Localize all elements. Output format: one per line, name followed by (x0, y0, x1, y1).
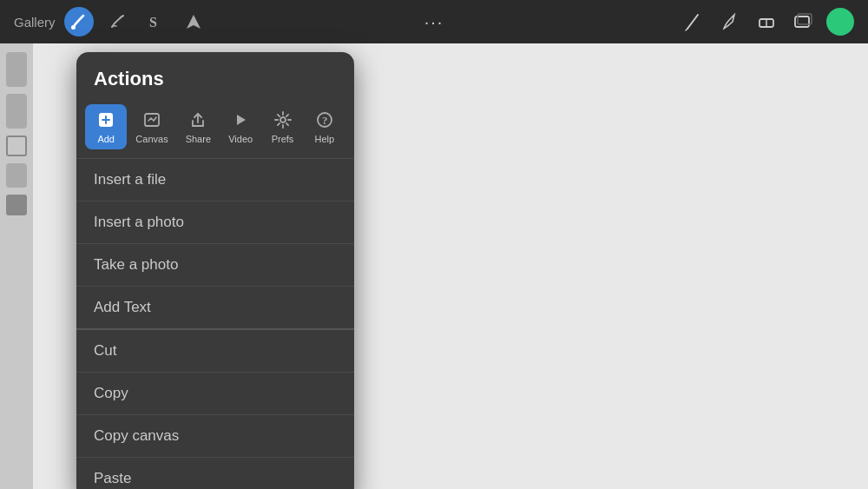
canvas-tab-icon (141, 109, 162, 130)
s-icon: S (146, 12, 165, 31)
more-options-button[interactable]: ··· (424, 12, 444, 32)
sidebar-slider-1[interactable] (6, 52, 27, 87)
sidebar-shape[interactable] (6, 135, 27, 156)
s-tool-button[interactable]: S (141, 7, 170, 36)
tab-share[interactable]: Share (177, 104, 220, 149)
canvas-tab-label: Canvas (135, 134, 168, 144)
tab-help[interactable]: ? Help (304, 104, 345, 149)
pen-tool-button[interactable] (681, 10, 705, 34)
actions-popup: Actions Add (76, 52, 354, 489)
tab-prefs[interactable]: Prefs (261, 104, 303, 149)
menu-item-paste[interactable]: Paste (76, 457, 354, 489)
topbar-center: ··· (424, 12, 444, 32)
popup-menu: Insert a file Insert a photo Take a phot… (76, 158, 354, 489)
sidebar-slider-3[interactable] (6, 163, 27, 188)
topbar-left: Gallery S (14, 7, 208, 36)
help-tab-icon: ? (314, 109, 335, 130)
svg-point-0 (71, 25, 76, 30)
ink-tool-button[interactable] (717, 10, 741, 34)
brush-tool-button[interactable] (64, 7, 94, 36)
svg-text:S: S (149, 15, 157, 30)
prefs-tab-label: Prefs (272, 134, 294, 144)
smudge-tool-button[interactable] (102, 7, 132, 36)
canvas-area: Actions Add (33, 43, 868, 489)
pen-icon (681, 10, 705, 34)
eraser-right-button[interactable] (753, 10, 778, 34)
svg-line-3 (687, 15, 698, 29)
tab-canvas[interactable]: Canvas (127, 104, 176, 149)
video-tab-label: Video (228, 134, 253, 144)
sidebar-slider-2[interactable] (6, 94, 27, 129)
ink-icon (717, 10, 741, 34)
menu-item-copy[interactable]: Copy (76, 372, 354, 414)
svg-text:?: ? (322, 114, 328, 127)
tab-add[interactable]: Add (85, 104, 127, 149)
topbar: Gallery S ··· (0, 0, 868, 43)
gallery-button[interactable]: Gallery (14, 15, 56, 30)
menu-item-add-text[interactable]: Add Text (76, 286, 354, 328)
menu-item-cut[interactable]: Cut (76, 328, 354, 372)
navigator-icon (184, 12, 203, 31)
navigator-tool-button[interactable] (179, 7, 208, 36)
layers-button[interactable] (790, 10, 814, 34)
svg-marker-13 (237, 115, 246, 125)
share-tab-icon (187, 109, 208, 130)
popup-tabs: Add Canvas (76, 101, 354, 158)
menu-item-copy-canvas[interactable]: Copy canvas (76, 414, 354, 457)
help-tab-label: Help (315, 134, 335, 144)
main-area: Actions Add (0, 43, 868, 489)
video-tab-icon (230, 109, 251, 130)
popup-title: Actions (76, 52, 354, 101)
add-tab-icon (95, 109, 116, 130)
topbar-right (681, 8, 854, 36)
prefs-tab-icon (273, 109, 293, 130)
svg-point-14 (280, 117, 286, 122)
user-avatar[interactable] (826, 8, 854, 36)
brush-icon (69, 12, 89, 31)
eraser-right-icon (753, 10, 778, 34)
tab-video[interactable]: Video (220, 104, 261, 149)
menu-item-insert-file[interactable]: Insert a file (76, 158, 354, 201)
add-tab-label: Add (97, 134, 115, 144)
left-sidebar (0, 43, 33, 489)
svg-line-4 (686, 29, 687, 30)
menu-item-take-photo[interactable]: Take a photo (76, 243, 354, 286)
smudge-icon (108, 12, 127, 31)
layers-icon (790, 10, 814, 34)
svg-marker-2 (187, 15, 201, 29)
sidebar-icon[interactable] (6, 195, 27, 215)
menu-item-insert-photo[interactable]: Insert a photo (76, 201, 354, 243)
share-tab-label: Share (186, 134, 211, 144)
